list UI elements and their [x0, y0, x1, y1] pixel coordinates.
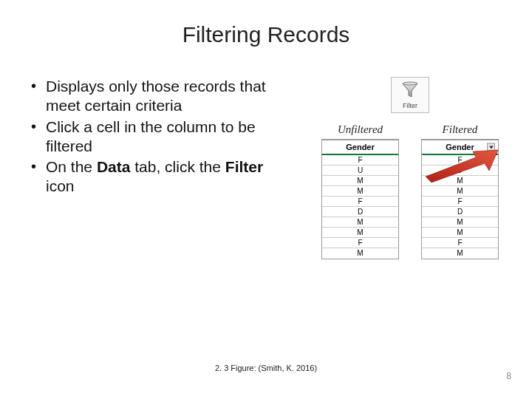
unfiltered-column: Unfiltered Gender F U M M F D M M F M	[321, 123, 399, 259]
table-row: M	[422, 186, 498, 197]
bullet-3-mid: tab, click the	[130, 158, 225, 175]
table-row: U	[322, 166, 398, 176]
table-row: F	[422, 155, 498, 166]
svg-point-0	[403, 82, 417, 85]
table-row: M	[322, 176, 398, 186]
table-row: M	[422, 248, 498, 259]
bullet-3-filter: Filter	[225, 158, 263, 175]
table-row: M	[422, 176, 498, 186]
bullet-3-post: icon	[46, 177, 75, 194]
table-row: D	[322, 207, 398, 217]
filtered-table: Gender F J M M F D M M F M	[421, 139, 499, 259]
table-row: J	[422, 166, 498, 176]
filter-dropdown-icon[interactable]	[487, 143, 495, 151]
comparison-columns: Unfiltered Gender F U M M F D M M F M	[310, 123, 510, 259]
bullet-2: Click a cell in the column to be filtere…	[30, 117, 281, 157]
table-row: M	[422, 228, 498, 238]
filtered-title: Filtered	[421, 123, 499, 136]
bullet-3-data: Data	[97, 158, 131, 175]
table-row: D	[422, 207, 498, 217]
unfiltered-header[interactable]: Gender	[322, 140, 398, 155]
table-row: F	[422, 197, 498, 207]
bullet-1: Displays only those records that meet ce…	[30, 77, 281, 116]
unfiltered-header-label: Gender	[346, 143, 375, 151]
figure-caption: 2. 3 Figure: (Smith, K. 2016)	[0, 364, 532, 372]
table-row: M	[322, 186, 398, 197]
table-row: F	[322, 238, 398, 248]
content-row: Displays only those records that meet ce…	[0, 47, 532, 259]
figure-area: Filter Unfiltered Gender F U M M F D M M	[281, 77, 510, 259]
table-row: M	[422, 217, 498, 228]
filter-toolbar-label: Filter	[403, 102, 417, 109]
filtered-header[interactable]: Gender	[422, 140, 498, 155]
filter-toolbar-button[interactable]: Filter	[391, 77, 429, 113]
filtered-header-label: Gender	[446, 143, 474, 151]
table-row: F	[422, 238, 498, 248]
bullet-3: On the Data tab, click the Filter icon	[30, 157, 281, 197]
unfiltered-title: Unfiltered	[321, 123, 399, 136]
filtered-column: Filtered Gender F J M M F D M M F M	[421, 123, 499, 259]
page-title: Filtering Records	[0, 0, 532, 47]
bullet-list: Displays only those records that meet ce…	[30, 77, 281, 259]
page-number: 8	[506, 371, 511, 381]
table-row: F	[322, 197, 398, 207]
table-row: M	[322, 228, 398, 238]
table-row: M	[322, 248, 398, 259]
bullet-3-pre: On the	[46, 158, 97, 175]
unfiltered-table: Gender F U M M F D M M F M	[321, 139, 399, 259]
table-row: F	[322, 155, 398, 166]
table-row: M	[322, 217, 398, 228]
funnel-icon	[400, 81, 420, 100]
